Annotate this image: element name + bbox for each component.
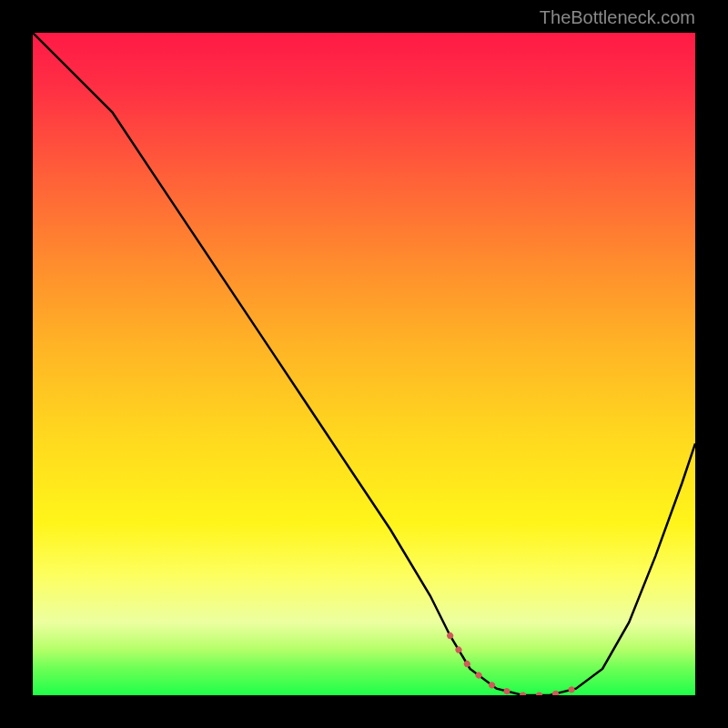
curve-path (33, 33, 695, 695)
plot-area (33, 33, 695, 695)
chart-frame: TheBottleneck.com (0, 0, 728, 728)
highlight-dots (450, 636, 576, 696)
watermark-text: TheBottleneck.com (540, 7, 695, 28)
bottleneck-curve (33, 33, 695, 695)
